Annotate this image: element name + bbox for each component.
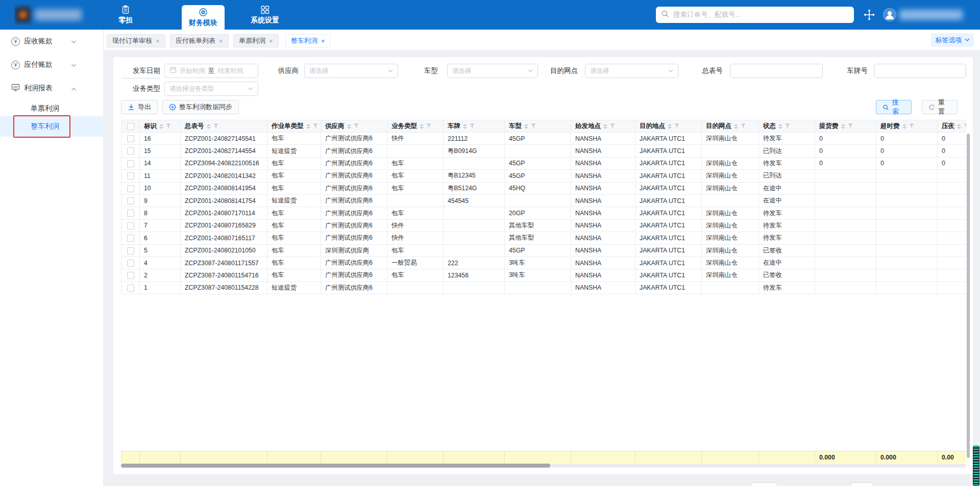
- row-checkbox[interactable]: [127, 135, 134, 142]
- sidebar-item-receivables[interactable]: ¥ 应收账款: [0, 31, 103, 52]
- column-settings-gear-icon[interactable]: [947, 121, 955, 132]
- table-row[interactable]: 6ZCPZ001-240807165117包车广州测试供应商6快件其他车型NAN…: [121, 232, 967, 244]
- sort-carets-icon[interactable]: [778, 124, 782, 129]
- dest-branch-select[interactable]: 请选择: [585, 64, 678, 78]
- sidebar-item-payables[interactable]: ¥ 应付账款: [0, 54, 103, 75]
- column-header[interactable]: 车牌: [444, 120, 505, 133]
- export-button[interactable]: 导出: [121, 100, 158, 114]
- vertical-scrollbar-thumb[interactable]: [967, 134, 970, 458]
- horizontal-scrollbar-thumb[interactable]: [121, 464, 550, 468]
- sidebar-item-full-vehicle-profit[interactable]: 整车利润: [0, 116, 103, 137]
- sort-carets-icon[interactable]: [420, 124, 424, 129]
- filter-funnel[interactable]: [909, 123, 914, 130]
- filter-funnel[interactable]: [166, 123, 171, 130]
- row-checkbox[interactable]: [127, 185, 134, 192]
- sync-profit-data-button[interactable]: 整车利润数据同步: [162, 100, 239, 114]
- column-header[interactable]: 状态: [759, 120, 815, 133]
- nav-item-system-settings[interactable]: 系统设置: [243, 0, 287, 30]
- row-checkbox[interactable]: [127, 272, 134, 279]
- table-row[interactable]: 5ZCPZ001-240802101050包车深圳测试供应商包车45GPNANS…: [121, 244, 967, 257]
- column-header[interactable]: 作业单类型: [267, 120, 321, 133]
- column-header[interactable]: 始发地点: [571, 120, 635, 133]
- column-header[interactable]: 业务类型: [387, 120, 444, 133]
- sort-carets-icon[interactable]: [463, 124, 467, 129]
- sidebar-item-single-ticket-profit[interactable]: 单票利润: [0, 99, 103, 118]
- sort-carets-icon[interactable]: [841, 124, 845, 129]
- tab-cash-order-review[interactable]: 现付订单审核 ×: [107, 34, 165, 47]
- filter-funnel-icon[interactable]: [848, 123, 853, 129]
- column-header[interactable]: 车型: [505, 120, 571, 133]
- pagination-button-cut[interactable]: [750, 482, 778, 486]
- row-checkbox[interactable]: [127, 222, 134, 229]
- close-icon[interactable]: ×: [321, 37, 325, 45]
- close-icon[interactable]: ×: [269, 37, 273, 45]
- sort-carets-icon[interactable]: [524, 124, 528, 129]
- close-icon[interactable]: ×: [219, 37, 223, 45]
- filter-funnel[interactable]: [354, 123, 359, 130]
- filter-funnel-icon[interactable]: [785, 123, 790, 129]
- filter-funnel[interactable]: [964, 123, 966, 130]
- filter-funnel-icon[interactable]: [531, 123, 536, 129]
- filter-funnel-icon[interactable]: [426, 123, 431, 129]
- supplier-select[interactable]: 请选择: [304, 64, 398, 78]
- filter-funnel-icon[interactable]: [909, 123, 914, 129]
- sidebar-item-profit-reports[interactable]: 利润报表: [0, 78, 103, 99]
- row-checkbox[interactable]: [127, 285, 134, 292]
- move-icon[interactable]: [864, 9, 875, 22]
- table-row[interactable]: 15ZCPZ001-240827144554短途提货广州测试供应商6粤B0914…: [121, 145, 967, 157]
- filter-funnel[interactable]: [610, 123, 615, 130]
- filter-funnel[interactable]: [213, 123, 218, 130]
- sort-carets-icon[interactable]: [207, 124, 211, 129]
- filter-funnel-icon[interactable]: [674, 123, 679, 129]
- column-header[interactable]: 标识: [140, 120, 181, 133]
- filter-funnel[interactable]: [848, 123, 853, 130]
- business-type-select[interactable]: 请选择业务类型: [164, 82, 258, 96]
- table-row[interactable]: 4ZCPZ3087-240801171557包车广州测试供应商6一般贸易2223…: [121, 257, 967, 269]
- row-checkbox[interactable]: [127, 147, 134, 155]
- floating-widget[interactable]: [973, 446, 979, 486]
- filter-funnel-icon[interactable]: [354, 123, 359, 129]
- tab-full-vehicle-profit[interactable]: 整车利润 ×: [285, 34, 331, 47]
- tab-payable-bill-list[interactable]: 应付账单列表 ×: [170, 34, 229, 47]
- select-all-checkbox[interactable]: [127, 123, 134, 130]
- nav-item-finance-module[interactable]: 财务模块: [182, 5, 225, 30]
- sort-carets-icon[interactable]: [957, 124, 961, 129]
- horizontal-scrollbar-track[interactable]: [121, 464, 966, 468]
- row-checkbox[interactable]: [127, 260, 134, 267]
- filter-funnel-icon[interactable]: [741, 123, 746, 129]
- close-icon[interactable]: ×: [156, 37, 160, 45]
- column-header[interactable]: 总表号: [181, 120, 267, 133]
- filter-funnel-icon[interactable]: [166, 123, 171, 129]
- sort-carets-icon[interactable]: [347, 124, 351, 129]
- filter-funnel[interactable]: [470, 123, 475, 130]
- row-checkbox[interactable]: [127, 247, 134, 254]
- filter-funnel[interactable]: [674, 123, 679, 130]
- sort-carets-icon[interactable]: [159, 124, 163, 129]
- filter-funnel[interactable]: [741, 123, 746, 130]
- vehicle-type-select[interactable]: 请选择: [447, 64, 538, 78]
- sort-carets-icon[interactable]: [734, 124, 738, 129]
- plate-no-input[interactable]: [874, 64, 966, 78]
- table-row[interactable]: 14ZCPZ3094-240822100516包车广州测试供应商6包车45GPN…: [121, 157, 967, 169]
- nav-item-ltl[interactable]: 零担: [111, 0, 140, 30]
- filter-funnel[interactable]: [531, 123, 536, 130]
- filter-funnel-icon[interactable]: [470, 123, 475, 129]
- column-header[interactable]: 目的网点: [702, 120, 759, 133]
- row-checkbox[interactable]: [127, 160, 134, 167]
- pagination-button-cut[interactable]: [850, 482, 873, 486]
- filter-funnel[interactable]: [313, 123, 318, 130]
- table-row[interactable]: 7ZCPZ001-240807165829包车广州测试供应商6快件其他车型NAN…: [121, 219, 967, 232]
- master-no-input[interactable]: [730, 64, 823, 78]
- tab-single-ticket-profit[interactable]: 单票利润 ×: [233, 34, 279, 47]
- sort-carets-icon[interactable]: [902, 124, 906, 129]
- sort-carets-icon[interactable]: [668, 124, 672, 129]
- table-row[interactable]: 11ZCPZ001-240820141342包车广州测试供应商6包车粤B1234…: [121, 170, 967, 182]
- row-checkbox[interactable]: [127, 197, 134, 204]
- user-avatar[interactable]: [883, 8, 896, 21]
- filter-funnel-icon[interactable]: [610, 123, 615, 129]
- filter-funnel-icon[interactable]: [313, 123, 318, 129]
- table-row[interactable]: 1ZCPZ3087-240801154228短途提货广州测试供应商6NANSHA…: [121, 282, 967, 294]
- table-row[interactable]: 9ZCPZ001-240808141754短途提货广州测试供应商6454545N…: [121, 194, 967, 207]
- column-header[interactable]: 超时费: [876, 120, 938, 133]
- filter-funnel-icon[interactable]: [213, 123, 218, 129]
